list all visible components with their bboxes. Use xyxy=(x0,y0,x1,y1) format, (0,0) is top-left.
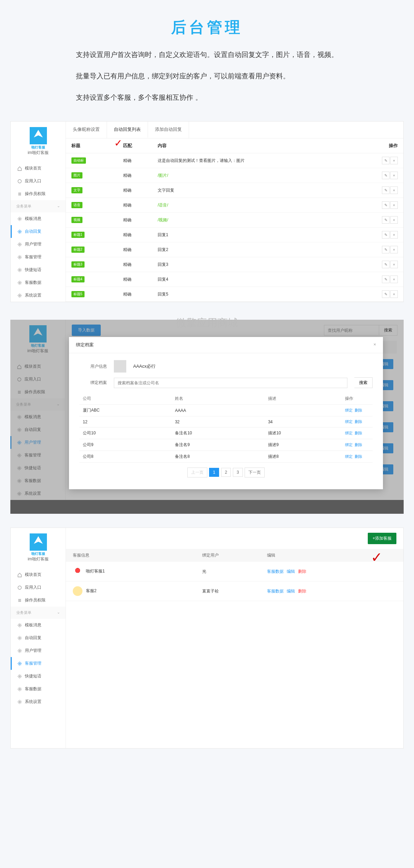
sidebar-item[interactable]: 自动回复 xyxy=(11,225,66,238)
svg-point-20 xyxy=(19,663,20,664)
delete-icon[interactable]: × xyxy=(390,276,398,283)
sidebar-item-label: 系统设置 xyxy=(24,491,41,496)
col-action: 操作 xyxy=(369,138,403,153)
sidebar-item[interactable]: 操作员权限 xyxy=(10,386,65,398)
sidebar-item[interactable]: 用户管理 xyxy=(11,644,66,657)
edit-icon[interactable]: ✎ xyxy=(382,157,390,164)
sidebar-item-label: 客服数据 xyxy=(24,478,41,484)
edit-icon[interactable]: ✎ xyxy=(382,172,390,179)
add-agent-button[interactable]: +添加客服 xyxy=(368,533,396,544)
page-next[interactable]: 下一页 xyxy=(245,467,265,478)
delete-link[interactable]: 删除 xyxy=(355,431,362,435)
edit-icon[interactable]: ✎ xyxy=(382,216,390,224)
delete-link[interactable]: 删除 xyxy=(355,443,362,447)
tab-auto-reply-list[interactable]: 自动回复列表 xyxy=(107,122,148,138)
sidebar-item[interactable]: 系统设置 xyxy=(10,487,65,500)
delete-icon[interactable]: × xyxy=(390,261,398,268)
svg-point-7 xyxy=(19,295,20,296)
page-2[interactable]: 2 xyxy=(221,468,231,477)
tab-avatar-nick[interactable]: 头像昵称设置 xyxy=(66,122,107,138)
sidebar-item[interactable]: 系统设置 xyxy=(11,695,66,708)
delete-icon[interactable]: × xyxy=(390,157,398,164)
logo-text: 啪灯客服 xyxy=(10,343,65,348)
bind-link[interactable]: 绑定 xyxy=(345,454,353,459)
delete-icon[interactable]: × xyxy=(390,216,398,224)
sidebar-item[interactable]: 客服管理 xyxy=(10,449,65,462)
modal-search-button[interactable]: 搜索 xyxy=(354,377,373,388)
table-row: 图片精确/图片/✎× xyxy=(66,168,403,183)
agent-data-link[interactable]: 客服数据 xyxy=(267,569,284,574)
home-icon xyxy=(17,572,22,577)
edit-icon[interactable]: ✎ xyxy=(382,290,390,298)
edit-icon[interactable]: ✎ xyxy=(382,231,390,239)
delete-link[interactable]: 删除 xyxy=(355,454,362,459)
delete-link[interactable]: 删除 xyxy=(355,408,362,412)
svg-point-4 xyxy=(19,257,20,258)
edit-icon[interactable]: ✎ xyxy=(382,246,390,253)
sidebar-item[interactable]: 客服管理 xyxy=(11,251,66,263)
delete-icon[interactable]: × xyxy=(390,186,398,194)
edit-icon[interactable]: ✎ xyxy=(382,201,390,209)
delete-icon[interactable]: × xyxy=(390,246,398,253)
sidebar-item[interactable]: 模块首页 xyxy=(10,360,65,373)
svg-point-8 xyxy=(18,378,21,381)
bind-link[interactable]: 绑定 xyxy=(345,408,353,412)
sidebar-item[interactable]: 快捷短语 xyxy=(11,263,66,276)
edit-icon[interactable]: ✎ xyxy=(382,186,390,194)
sidebar-group-header[interactable]: 业务菜单⌄ xyxy=(10,398,65,411)
table-row: 公司8备注名8描述8绑定删除 xyxy=(79,451,373,463)
sidebar-item[interactable]: 客服数据 xyxy=(11,276,66,289)
delete-icon[interactable]: × xyxy=(390,201,398,209)
sidebar-item[interactable]: 用户管理 xyxy=(11,238,66,251)
title-badge: 图片 xyxy=(71,172,82,179)
bind-link[interactable]: 绑定 xyxy=(345,431,353,435)
sidebar-item[interactable]: 快捷短语 xyxy=(11,670,66,683)
profile-search-input[interactable] xyxy=(114,378,347,388)
sidebar-item[interactable]: 应用入口 xyxy=(11,581,66,594)
sidebar-item[interactable]: 模块首页 xyxy=(11,568,66,581)
edit-icon[interactable]: ✎ xyxy=(382,261,390,268)
sidebar-item[interactable]: 操作员权限 xyxy=(11,594,66,607)
edit-link[interactable]: 编辑 xyxy=(287,589,295,594)
sidebar-item[interactable]: 模板消息 xyxy=(11,619,66,631)
sidebar-item[interactable]: 用户管理 xyxy=(10,436,65,449)
agent-name: 啪灯客服1 xyxy=(86,569,105,573)
sidebar-item[interactable]: 客服数据 xyxy=(11,683,66,695)
sidebar-item[interactable]: 模块首页 xyxy=(11,162,66,175)
sidebar-item[interactable]: 客服管理 xyxy=(11,657,66,670)
tab-add-auto-reply[interactable]: 添加自动回复 xyxy=(148,122,189,138)
delete-link[interactable]: 删除 xyxy=(298,589,306,594)
panel-agent-mgmt: 啪灯客服 im啪灯客服 模块首页应用入口操作员权限业务菜单⌄模板消息自动回复用户… xyxy=(10,528,404,749)
delete-icon[interactable]: × xyxy=(390,290,398,298)
sidebar-item[interactable]: 应用入口 xyxy=(10,373,65,386)
agent-data-link[interactable]: 客服数据 xyxy=(267,589,284,594)
sidebar-item[interactable]: 操作员权限 xyxy=(11,187,66,200)
bind-link[interactable]: 绑定 xyxy=(345,419,353,424)
bind-link[interactable]: 绑定 xyxy=(345,443,353,447)
sidebar-item[interactable]: 快捷短语 xyxy=(10,462,65,474)
sidebar-item-label: 客服数据 xyxy=(25,686,41,692)
page-1[interactable]: 1 xyxy=(209,468,219,477)
bound-user: 直直子袷 xyxy=(202,588,267,594)
col-action: 操作 xyxy=(342,393,373,405)
delete-link[interactable]: 删除 xyxy=(355,419,362,424)
edit-link[interactable]: 编辑 xyxy=(287,569,295,574)
sidebar-item[interactable]: 系统设置 xyxy=(11,289,66,302)
sidebar-group-header[interactable]: 业务菜单⌄ xyxy=(11,200,66,212)
sidebar-item[interactable]: 模板消息 xyxy=(10,411,65,423)
sidebar-group-header[interactable]: 业务菜单⌄ xyxy=(11,607,66,619)
delete-link[interactable]: 删除 xyxy=(298,569,306,574)
sidebar-item-label: 自动回复 xyxy=(24,427,41,433)
sidebar-item[interactable]: 应用入口 xyxy=(11,175,66,187)
sidebar-item[interactable]: 客服数据 xyxy=(10,474,65,487)
page-3[interactable]: 3 xyxy=(233,468,243,477)
delete-icon[interactable]: × xyxy=(390,172,398,179)
sidebar-item[interactable]: 自动回复 xyxy=(11,631,66,644)
edit-icon[interactable]: ✎ xyxy=(382,276,390,283)
sidebar-item[interactable]: 自动回复 xyxy=(10,423,65,436)
close-icon[interactable]: × xyxy=(373,342,376,348)
title-badge: 标题4 xyxy=(71,276,85,282)
sidebar-item[interactable]: 模板消息 xyxy=(11,212,66,225)
delete-icon[interactable]: × xyxy=(390,231,398,239)
page-prev[interactable]: 上一页 xyxy=(187,467,207,478)
